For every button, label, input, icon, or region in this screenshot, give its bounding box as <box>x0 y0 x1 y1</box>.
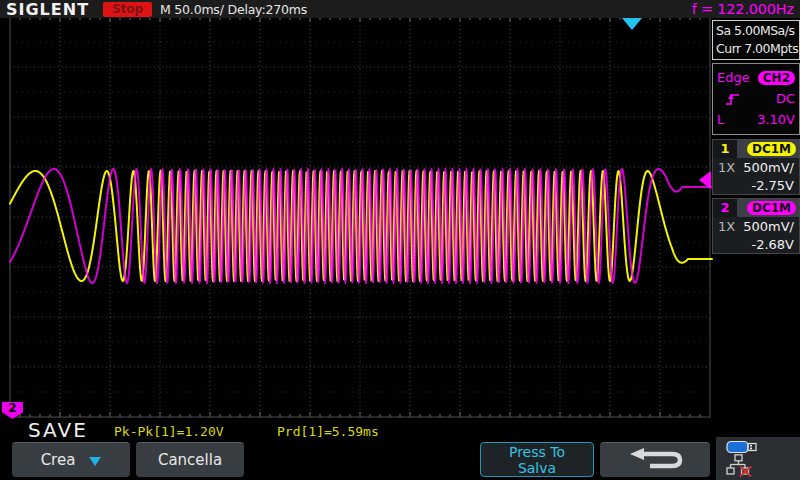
acquisition-status-badge[interactable]: Stop <box>103 2 152 17</box>
press-to-save-button[interactable]: Press To Salva <box>480 442 594 477</box>
rising-edge-icon <box>725 92 741 106</box>
channel2-scale: 500mV/ <box>743 218 794 236</box>
channel1-scale: 500mV/ <box>743 159 794 177</box>
sample-rate: Sa 5.00MSa/s <box>716 22 799 40</box>
channel2-offset: -2.68V <box>718 236 794 254</box>
channel2-info-box[interactable]: 2 DC1M 1X 500mV/ -2.68V <box>712 198 800 254</box>
io-status-panel <box>716 437 800 480</box>
channel1-offset: -2.75V <box>718 177 794 195</box>
cancel-button[interactable]: Cancella <box>136 442 244 477</box>
channel1-probe: 1X <box>718 159 735 177</box>
top-bar: SIGLENT Stop M 50.0ms/ Delay:270ms f = 1… <box>0 0 800 18</box>
back-button[interactable] <box>600 442 710 477</box>
usb-connected-icon <box>726 439 800 454</box>
measurement-pkpk: Pk-Pk[1]=1.20V <box>114 424 224 439</box>
trigger-source-badge: CH2 <box>758 71 795 85</box>
trigger-level-label: L <box>717 112 724 127</box>
dropdown-arrow-icon <box>89 457 101 472</box>
trigger-level-value: 3.10V <box>757 112 795 127</box>
create-button-label: Crea <box>41 451 76 469</box>
memory-depth: Curr 7.00Mpts <box>716 40 799 58</box>
trigger-type: Edge <box>717 70 750 85</box>
channel1-coupling-badge: DC1M <box>747 142 796 156</box>
press-to-save-line2: Salva <box>518 460 556 476</box>
channel1-info-box[interactable]: 1 DC1M 1X 500mV/ -2.75V <box>712 139 800 195</box>
trigger-info-box[interactable]: Edge CH2 DC L 3.10V <box>712 63 800 135</box>
waveform-display[interactable] <box>0 0 800 480</box>
channel1-number: 1 <box>713 140 737 158</box>
oscilloscope-screen: SIGLENT Stop M 50.0ms/ Delay:270ms f = 1… <box>0 0 800 480</box>
trigger-coupling: DC <box>776 91 795 106</box>
channel2-coupling-badge: DC1M <box>747 201 796 215</box>
back-arrow-icon <box>622 446 688 474</box>
measurement-period: Prd[1]=5.59ms <box>277 424 379 439</box>
timebase-readout[interactable]: M 50.0ms/ Delay:270ms <box>160 2 307 17</box>
acquisition-info-box: Sa 5.00MSa/s Curr 7.00Mpts <box>712 20 800 60</box>
trigger-position-marker <box>622 18 642 30</box>
channel2-number: 2 <box>713 199 737 217</box>
press-to-save-line1: Press To <box>509 444 565 460</box>
cancel-button-label: Cancella <box>158 451 222 469</box>
channel2-probe: 1X <box>718 218 735 236</box>
brand-logo: SIGLENT <box>6 0 89 19</box>
frequency-counter: f = 122.000Hz <box>692 1 794 17</box>
lan-disconnected-icon <box>726 454 800 480</box>
menu-title: SAVE <box>28 418 88 442</box>
create-button[interactable]: Crea <box>12 442 130 477</box>
